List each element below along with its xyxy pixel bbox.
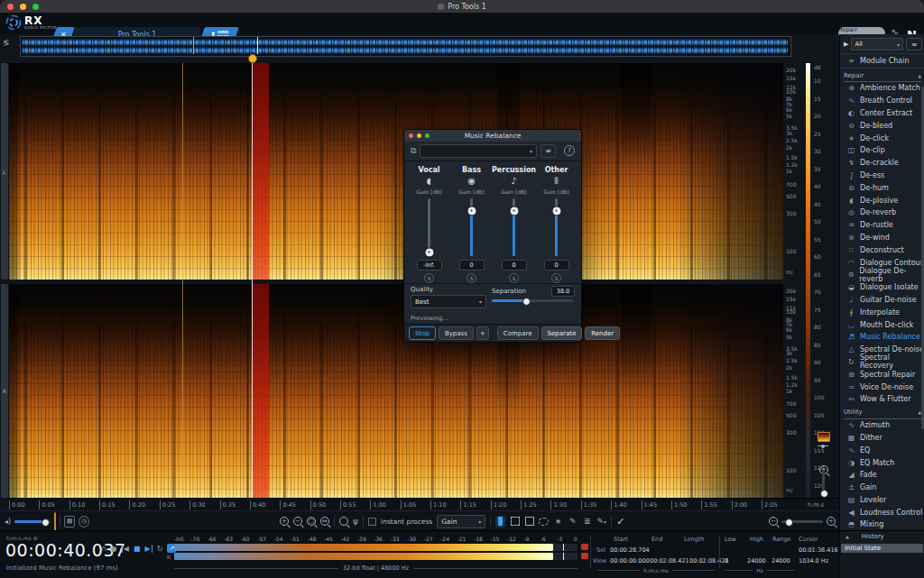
- close-window-button[interactable]: [7, 4, 14, 10]
- grab-tool-icon[interactable]: ψ: [353, 517, 358, 526]
- go-to-start-button[interactable]: ◀: [122, 545, 129, 553]
- other-gain-value[interactable]: 0: [544, 260, 569, 271]
- stop-preview-button[interactable]: Stop: [409, 326, 436, 340]
- sidebar-item-de-reverb[interactable]: ◎De-reverb: [840, 206, 924, 219]
- monitor-icon[interactable]: ∩: [101, 545, 106, 553]
- sidebar-item-dialogue-de-reverb[interactable]: ⊚Dialogue De-reverb: [840, 269, 924, 281]
- spectrogram-view-toggle[interactable]: [54, 513, 56, 530]
- clip-indicator-right[interactable]: [581, 553, 588, 559]
- percussion-gain-handle[interactable]: [509, 206, 519, 216]
- time-display-mode-icon[interactable]: ◷: [79, 516, 89, 528]
- bass-gain-slider[interactable]: [470, 198, 473, 256]
- sidebar-item-music-rebalance[interactable]: ♬Music Rebalance: [840, 331, 924, 344]
- sidebar-item-module-chain[interactable]: ≡ Module Chain: [840, 53, 924, 69]
- percussion-gain-slider[interactable]: [513, 198, 515, 256]
- zoom-window-button[interactable]: [32, 4, 39, 10]
- time-frequency-selection-tool[interactable]: [510, 516, 520, 528]
- playhead-marker-dot[interactable]: [248, 54, 257, 63]
- dialog-zoom-button[interactable]: [425, 133, 430, 138]
- sidebar-item-guitar-de-noise[interactable]: ♩Guitar De-noise: [840, 294, 924, 307]
- spectrogram-right[interactable]: [9, 284, 783, 498]
- sidebar-item-azimuth[interactable]: ∿Azimuth: [840, 419, 924, 432]
- dialog-close-button[interactable]: [409, 133, 413, 138]
- module-menu-icon[interactable]: ≡: [906, 38, 922, 50]
- zoom-selection-icon[interactable]: □: [307, 517, 316, 526]
- vocal-gain-value[interactable]: -Inf.: [417, 260, 442, 271]
- sidebar-item-ambience-match[interactable]: ⊕Ambience Match: [840, 82, 924, 95]
- module-filter-select[interactable]: All▾: [851, 38, 903, 50]
- history-item-initial-state[interactable]: Initial State: [841, 544, 923, 553]
- view-high-value[interactable]: 24000: [747, 557, 766, 564]
- compare-button[interactable]: Compare: [497, 326, 539, 340]
- collapse-section-icon[interactable]: ▲: [918, 73, 921, 78]
- zoom-tool-icon[interactable]: [339, 517, 348, 526]
- view-low-value[interactable]: 0: [725, 557, 728, 564]
- separation-handle[interactable]: [522, 298, 531, 306]
- other-gain-handle[interactable]: [551, 206, 561, 216]
- separate-button[interactable]: Separate: [541, 326, 583, 340]
- sidebar-item-eq[interactable]: ∿EQ: [840, 444, 924, 456]
- sidebar-item-de-ess[interactable]: ∫De-ess: [840, 170, 924, 182]
- sidebar-item-spectral-repair[interactable]: ⊞Spectral Repair: [840, 368, 924, 381]
- dialog-titlebar[interactable]: Music Rebalance: [404, 130, 581, 142]
- sidebar-item-gain[interactable]: ±Gain: [840, 482, 924, 494]
- lasso-selection-tool[interactable]: [539, 516, 549, 528]
- spectrogram-left[interactable]: [9, 63, 783, 280]
- sidebar-item-loudness-control[interactable]: ◀Loudness Control: [840, 506, 924, 518]
- view-end-value[interactable]: 00:02:08.421: [650, 557, 689, 564]
- sidebar-item-de-plosive[interactable]: ◖De-plosive: [840, 194, 924, 206]
- spectrogram-settings-icon[interactable]: [818, 432, 830, 442]
- bass-solo-button[interactable]: S: [467, 273, 476, 283]
- confirm-selection-icon[interactable]: ✓: [616, 516, 624, 528]
- instant-process-module-select[interactable]: Gain▾: [437, 515, 485, 528]
- percussion-gain-value[interactable]: 0: [502, 260, 527, 271]
- preset-select[interactable]: ▾: [420, 144, 537, 158]
- bypass-button[interactable]: Bypass: [439, 326, 474, 340]
- sidebar-item-deconstruct[interactable]: ∷Deconstruct: [840, 243, 924, 256]
- minimize-window-button[interactable]: [20, 4, 26, 10]
- sidebar-item-de-click[interactable]: ∗De-click: [840, 132, 924, 144]
- sidebar-item-de-rustle[interactable]: ♒De-rustle: [840, 219, 924, 232]
- sidebar-section-utility[interactable]: Utility▲: [844, 407, 921, 419]
- clip-indicator-left[interactable]: [581, 544, 588, 550]
- timeline-zoom-handle[interactable]: [785, 518, 793, 527]
- sidebar-section-repair[interactable]: Repair▲: [844, 69, 921, 82]
- sidebar-item-voice-de-noise[interactable]: ≈Voice De-noise: [840, 381, 924, 393]
- quality-select[interactable]: Best▾: [411, 295, 486, 308]
- channel-strip-right[interactable]: R: [1, 284, 8, 498]
- sidebar-item-de-hum[interactable]: ⊘De-hum: [840, 181, 924, 194]
- instant-process-checkbox[interactable]: [368, 518, 376, 526]
- sidebar-item-de-bleed[interactable]: ⊖De-bleed: [840, 119, 924, 132]
- sidebar-item-eq-match[interactable]: ◑EQ Match: [840, 456, 924, 469]
- vertical-zoom-slider[interactable]: [822, 470, 825, 495]
- separation-slider[interactable]: [492, 299, 573, 302]
- timeline-zoom-slider[interactable]: [781, 520, 823, 523]
- sidebar-item-breath-control[interactable]: ∿Breath Control: [840, 95, 924, 107]
- timeline-zoom-out-icon[interactable]: −: [769, 517, 778, 526]
- bass-gain-value[interactable]: 0: [459, 260, 485, 271]
- selection-region-right[interactable]: [253, 284, 269, 498]
- sidebar-item-de-clip[interactable]: ◫De-clip: [840, 144, 924, 157]
- zoom-out-icon[interactable]: −: [293, 517, 302, 526]
- play-button[interactable]: ▶: [145, 545, 152, 553]
- sel-start-value[interactable]: 00:00:28.704: [610, 546, 650, 554]
- preset-menu-icon[interactable]: ≡: [541, 144, 556, 158]
- timeline-zoom-in-icon[interactable]: +: [827, 517, 836, 526]
- bass-gain-handle[interactable]: [467, 206, 476, 216]
- sidebar-item-center-extract[interactable]: ◐Center Extract: [840, 107, 924, 120]
- sidebar-item-de-wind[interactable]: ≋De-wind: [840, 232, 924, 244]
- sidebar-item-dither[interactable]: ▦Dither: [840, 432, 924, 445]
- overview-split-icon[interactable]: ≶: [3, 38, 10, 47]
- sidebar-item-leveler[interactable]: ▤Leveler: [840, 494, 924, 507]
- stop-button[interactable]: ■: [134, 545, 141, 553]
- percussion-solo-button[interactable]: S: [509, 273, 519, 283]
- sidebar-item-de-crackle[interactable]: ↯De-crackle: [840, 157, 924, 170]
- brush-tool[interactable]: ✎▾: [596, 516, 606, 528]
- volume-handle[interactable]: [42, 518, 50, 527]
- waveform-overview[interactable]: [20, 36, 791, 57]
- selection-region-left[interactable]: [253, 63, 269, 280]
- collapse-history-icon[interactable]: ▲: [845, 534, 849, 539]
- time-selection-tool[interactable]: [495, 516, 505, 528]
- preview-play-icon[interactable]: ▶: [844, 41, 848, 48]
- sidebar-item-wow-flutter[interactable]: ∾Wow & Flutter: [840, 393, 924, 406]
